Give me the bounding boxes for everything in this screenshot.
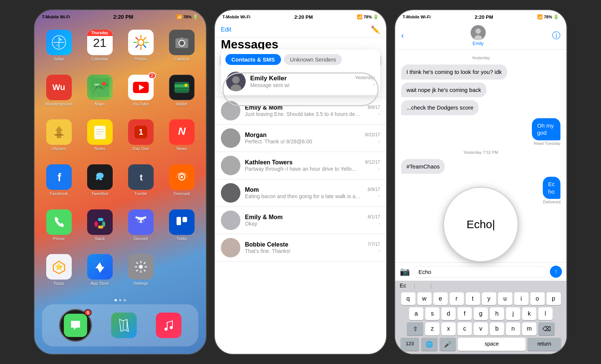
conversation-item-emily-mom-1[interactable]: Emily & Mom Just leaving Erie. Should ta… [215,97,386,125]
key-r[interactable]: r [450,292,464,305]
svg-text:1: 1 [138,127,143,137]
key-j[interactable]: j [506,307,520,320]
emily-avatar [226,72,246,91]
search-overlay: Contacts & SMS Unknown Senders Emily Kel… [221,50,380,95]
key-p[interactable]: p [547,292,561,305]
key-g[interactable]: g [474,307,488,320]
autocomplete-option-1[interactable]: Ec [400,282,406,289]
key-t[interactable]: t [466,292,480,305]
app-topaz-label: Topaz [53,281,64,286]
key-globe[interactable]: 🌐 [421,338,438,351]
key-i[interactable]: i [514,292,529,305]
app-overcast[interactable]: Overcast [165,164,198,202]
key-b[interactable]: b [490,322,504,335]
key-n[interactable]: n [506,322,520,335]
key-a[interactable]: a [409,307,423,320]
camera-input-icon[interactable]: 📷 [400,267,410,277]
app-dayone[interactable]: 1 Day One [124,119,157,157]
key-q[interactable]: q [401,292,415,305]
tab-unknown-senders[interactable]: Unknown Senders [284,54,342,65]
app-maps[interactable]: 280 Maps [83,75,116,112]
svg-text:280: 280 [94,83,100,86]
app-photos[interactable]: Photos [124,30,157,67]
phone-3-wrapper: T-Mobile Wi-Fi 2:20 PM 📶 78% 🔋 ‹ [394,9,567,355]
app-slack-label: Slack [95,236,105,241]
key-d[interactable]: d [441,307,456,320]
key-u[interactable]: u [498,292,512,305]
key-s[interactable]: s [425,307,439,320]
app-notes[interactable]: Notes [83,119,116,157]
key-123[interactable]: 123 [400,338,419,351]
key-space[interactable]: space [458,338,525,351]
key-h[interactable]: h [490,307,504,320]
app-settings[interactable]: Settings [124,254,157,292]
message-4-meta: Read Tuesday [534,141,560,146]
app-ulysses[interactable]: Ulysses [42,119,76,157]
date-divider-2: Yesterday 7:52 PM [401,150,560,155]
svg-point-16 [180,41,184,45]
dock-messages[interactable]: 5 [59,309,92,342]
conversation-item-morgan[interactable]: Morgan Perfect. Thank u! 8/28@6:00 8/22/… [215,125,386,152]
app-news[interactable]: N News [165,119,198,157]
key-l[interactable]: l [538,307,553,320]
edit-button[interactable]: Edit [221,26,231,33]
svg-rect-51 [98,226,103,229]
app-appstore-label: App Store [91,281,109,286]
back-button[interactable]: ‹ [401,31,404,41]
conversation-item-kathleen[interactable]: Kathleen Towers Partway through--I have … [215,152,386,179]
key-f[interactable]: f [458,307,472,320]
svg-rect-27 [54,134,63,135]
app-wunderground[interactable]: Wu Wunderground [42,75,76,112]
app-tumblr[interactable]: t Tumblr [124,164,157,202]
app-camera[interactable]: Camera [165,30,198,67]
key-m[interactable]: m [522,322,536,335]
key-o[interactable]: o [530,292,545,305]
contact-info[interactable]: Emily [471,25,486,46]
conversation-item-bobbie[interactable]: Bobbie Celeste That's fine. Thanks! 7/7/… [215,234,386,262]
app-tweetbot[interactable]: Tweetbot [83,164,116,202]
dock-maps[interactable] [111,313,137,338]
avatar-emily-mom-1 [221,101,240,120]
app-safari[interactable]: Safari [42,30,76,67]
app-wallet[interactable]: Wallet [165,75,198,112]
key-e[interactable]: e [433,292,448,305]
app-photos-label: Photos [134,57,147,61]
key-y[interactable]: y [482,292,496,305]
tab-contacts-sms[interactable]: Contacts & SMS [225,54,281,65]
svg-rect-49 [98,218,103,221]
key-backspace[interactable]: ⌫ [538,322,555,335]
app-youtube-label: YouTube [133,102,149,106]
avatar-bobbie [221,238,240,257]
search-result-emily[interactable]: Emily Keller Message sent wi Yesterday › [221,68,380,95]
key-v[interactable]: v [474,322,488,335]
message-6-meta: Delivered [543,200,560,204]
app-calendar[interactable]: Thursday 21 Calendar [83,30,116,67]
app-slack[interactable]: Slack [83,209,116,247]
conversation-item-mom-2[interactable]: Mom Eating bacon and then going for a la… [215,179,386,207]
key-c[interactable]: c [458,322,472,335]
app-appstore[interactable]: App Store [83,254,116,292]
key-w[interactable]: w [417,292,432,305]
key-k[interactable]: k [522,307,536,320]
key-z[interactable]: z [425,322,439,335]
key-return[interactable]: return [527,338,561,351]
emily-time: Yesterday [355,75,375,80]
send-button[interactable]: ↑ [550,266,562,278]
avatar-morgan [221,128,240,148]
compose-button[interactable]: ✏️ [371,25,380,34]
key-x[interactable]: x [441,322,456,335]
app-trello[interactable]: Trello [165,209,198,247]
key-mic[interactable]: 🎤 [439,338,456,351]
dock-music[interactable] [156,313,181,338]
app-phone[interactable]: Phone [42,209,76,247]
svg-line-12 [143,37,146,40]
conversation-item-emily-mom-2[interactable]: Emily & Mom Okay 8/1/17 › [215,207,386,234]
key-shift[interactable]: ⇧ [407,322,423,335]
app-discord[interactable]: Discord [124,209,157,247]
app-phone-label: Phone [53,236,65,241]
info-button[interactable]: ⓘ [552,30,560,41]
message-input[interactable]: Echo [413,266,547,278]
app-youtube[interactable]: 2 YouTube [124,75,157,112]
app-facebook[interactable]: f Facebook [42,164,76,202]
app-topaz[interactable]: ⭐ Topaz [42,254,76,292]
